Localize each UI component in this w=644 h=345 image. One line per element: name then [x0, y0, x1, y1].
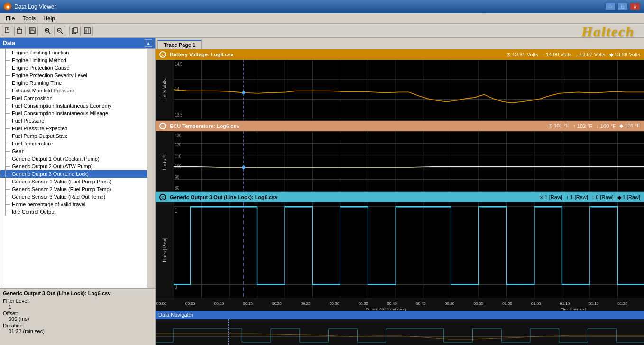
battery-svg-area: 14.5 14 13.5 — [174, 60, 644, 120]
charts-area: ⊙ Battery Voltage: Log6.csv ⊙ 13.91 Volt… — [156, 49, 644, 311]
svg-text:13.5: 13.5 — [175, 112, 182, 118]
tree-item-0[interactable]: Engine Limiting Function — [0, 49, 147, 56]
svg-rect-3 — [30, 28, 33, 30]
offset-label: Offset: — [3, 310, 18, 316]
tree-item-20[interactable]: Home percentage of valid travel — [0, 200, 147, 208]
close-button[interactable]: ✕ — [630, 3, 640, 10]
svg-text:130: 130 — [175, 133, 181, 138]
linelock-chart-icon[interactable]: ⊙ — [159, 194, 166, 200]
toolbar-open[interactable] — [14, 26, 26, 36]
data-panel-header: Data ▲ — [0, 38, 155, 48]
battery-stat-cur: ◆ 13.89 Volts — [609, 52, 641, 58]
tree-scrollbar[interactable] — [147, 49, 155, 288]
tree-item-8[interactable]: Fuel Consumption Instantaneous Mileage — [0, 109, 147, 117]
tree-item-16[interactable]: Generic Output 3 Out (Line Lock) — [0, 170, 147, 178]
svg-rect-13 — [74, 28, 77, 33]
tree-item-14[interactable]: Generic Output 1 Out (Coolant Pump) — [0, 155, 147, 163]
tree-item-3[interactable]: Engine Protection Severity Level — [0, 72, 147, 79]
svg-line-10 — [61, 32, 63, 34]
svg-text:00:00: 00:00 — [156, 302, 166, 306]
ecu-stat-avg: ⊙ 101 °F — [548, 123, 570, 129]
menu-file[interactable]: File — [2, 14, 18, 23]
duration-label: Duration: — [3, 323, 24, 328]
menu-bar: File Tools Help — [0, 13, 644, 24]
duration-value: 01:23 (min:sec) — [9, 328, 45, 334]
linelock-svg-area: 1 0 — [174, 202, 644, 298]
battery-chart-title: Battery Voltage: Log6.csv — [170, 52, 503, 57]
linelock-chart-title: Generic Output 3 Out (Line Lock): Log6.c… — [170, 194, 535, 200]
svg-text:14.5: 14.5 — [175, 62, 182, 67]
tree-item-7[interactable]: Fuel Consumption Instantaneous Economy — [0, 102, 147, 109]
menu-tools[interactable]: Tools — [18, 14, 39, 23]
tree-item-13[interactable]: Gear — [0, 147, 147, 155]
svg-rect-0 — [5, 28, 9, 33]
ecu-svg-area: 130 120 110 100 90 80 — [174, 131, 644, 191]
ecu-y-axis: Units °F — [156, 131, 174, 191]
right-panel: Trace Page 1 ⊙ Battery Voltage: Log6.csv… — [156, 38, 644, 345]
toolbar-chart[interactable] — [82, 26, 93, 36]
toolbar-new[interactable] — [2, 26, 13, 36]
tree-item-11[interactable]: Fuel Pump Output State — [0, 132, 147, 140]
svg-text:01:15: 01:15 — [589, 302, 599, 306]
battery-chart-icon[interactable]: ⊙ — [159, 51, 166, 58]
svg-point-74 — [242, 165, 245, 169]
svg-text:00:25: 00:25 — [301, 302, 311, 306]
ecu-chart-header: ⊙ ECU Temperature: Log6.csv ⊙ 101 °F ↑ 1… — [156, 121, 644, 131]
svg-text:14: 14 — [175, 87, 179, 92]
toolbar-zoom-in[interactable] — [42, 26, 53, 36]
tree-item-10[interactable]: Fuel Pressure Expected — [0, 125, 147, 132]
menu-help[interactable]: Help — [39, 14, 59, 23]
linelock-stat-avg: ⊙ 1 [Raw] — [539, 194, 562, 200]
linelock-stat-max: ↑ 1 [Raw] — [566, 194, 588, 200]
svg-text:Time [min:sec]: Time [min:sec] — [561, 307, 586, 311]
toolbar-zoom-out[interactable] — [54, 26, 65, 36]
info-panel: Generic Output 3 Out (Line Lock): Log6.c… — [0, 288, 155, 345]
tree-item-6[interactable]: Fuel Composition — [0, 94, 147, 102]
svg-text:00:35: 00:35 — [358, 302, 368, 306]
app-icon: ◉ — [4, 3, 11, 10]
tree-item-15[interactable]: Generic Output 2 Out (ATW Pump) — [0, 163, 147, 170]
ecu-stat-cur: ◆ 101 °F — [619, 123, 640, 129]
ecu-stat-max: ↑ 102 °F — [573, 123, 592, 129]
linelock-y-axis: Units [Raw] — [156, 202, 174, 298]
main-layout: Data ▲ Engine Limiting FunctionEngine Li… — [0, 38, 644, 345]
svg-text:01:20: 01:20 — [617, 302, 627, 306]
toolbar-save[interactable] — [27, 26, 38, 36]
tree-item-2[interactable]: Engine Protection Cause — [0, 64, 147, 72]
svg-text:1: 1 — [175, 206, 177, 214]
battery-chart-header: ⊙ Battery Voltage: Log6.csv ⊙ 13.91 Volt… — [156, 49, 644, 60]
svg-rect-17 — [88, 28, 89, 33]
minimize-button[interactable]: ─ — [605, 3, 616, 10]
nav-header: Data Navigator — [156, 311, 644, 319]
tree-item-9[interactable]: Fuel Pressure — [0, 117, 147, 125]
data-tree[interactable]: Engine Limiting FunctionEngine Limiting … — [0, 48, 155, 288]
maximize-button[interactable]: □ — [617, 3, 628, 10]
ecu-stat-min: ↓ 100 °F — [596, 123, 616, 129]
ecu-chart-icon[interactable]: ⊙ — [159, 123, 166, 129]
tree-item-19[interactable]: Generic Sensor 3 Value (Rad Out Temp) — [0, 193, 147, 200]
linelock-chart-body: Units [Raw] — [156, 202, 644, 298]
svg-text:00:20: 00:20 — [272, 302, 282, 306]
data-header-label: Data — [3, 40, 15, 46]
tree-item-18[interactable]: Generic Sensor 2 Value (Fuel Pump Temp) — [0, 185, 147, 193]
tree-item-12[interactable]: Fuel Temperature — [0, 140, 147, 147]
toolbar — [0, 24, 644, 38]
svg-text:90: 90 — [175, 175, 179, 180]
data-navigator: Data Navigator — [156, 311, 644, 345]
toolbar-copy[interactable] — [69, 26, 81, 36]
linelock-chart-header: ⊙ Generic Output 3 Out (Line Lock): Log6… — [156, 192, 644, 202]
left-panel: Data ▲ Engine Limiting FunctionEngine Li… — [0, 38, 156, 345]
app-title: Data Log Viewer — [14, 3, 605, 10]
collapse-icon[interactable]: ▲ — [145, 39, 152, 47]
tree-item-4[interactable]: Engine Running Time — [0, 79, 147, 87]
linelock-stat-cur: ◆ 1 [Raw] — [617, 194, 640, 200]
tree-item-5[interactable]: Exhaust Manifold Pressure — [0, 87, 147, 94]
filter-value: 1 — [9, 304, 11, 309]
svg-text:00:05: 00:05 — [185, 302, 195, 306]
tree-item-17[interactable]: Generic Sensor 1 Value (Fuel Pump Press) — [0, 178, 147, 185]
battery-stat-min: ↓ 13.67 Volts — [576, 52, 606, 57]
tree-item-21[interactable]: Idle Control Output — [0, 208, 147, 216]
tree-item-1[interactable]: Engine Limiting Method — [0, 56, 147, 64]
filter-label: Filter Level: — [3, 298, 30, 304]
tab-trace-page-1[interactable]: Trace Page 1 — [157, 40, 202, 49]
